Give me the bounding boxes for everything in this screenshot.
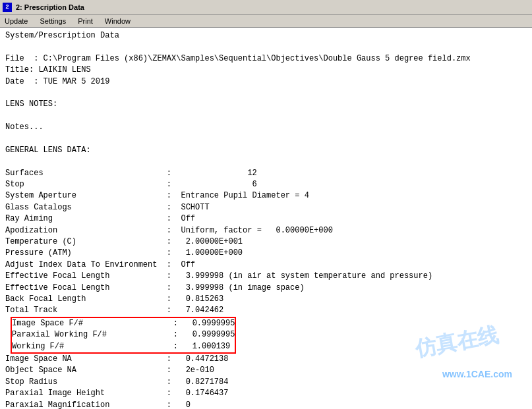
field-efl-image: Effective Focal Length : 3.999998 (in im…	[5, 283, 305, 292]
field-image-f-num: Image Space F/# : 0.9999995 Paraxial Wor…	[12, 318, 235, 352]
breadcrumb: System/Prescription Data	[5, 31, 119, 40]
window-icon: 2	[3, 3, 12, 12]
field-object-space-na: Object Space NA : 2e-010	[5, 366, 214, 375]
field-temperature: Temperature (C) : 2.00000E+001	[5, 237, 243, 246]
field-stop: Stop : 6	[5, 180, 257, 189]
file-path: File : C:\Program Files (x86)\ZEMAX\Samp…	[5, 54, 471, 63]
field-ray-aiming: Ray Aiming : Off	[5, 214, 195, 223]
main-text: System/Prescription Data File : C:\Progr…	[5, 30, 527, 317]
field-glass-catalogs: Glass Catalogs : SCHOTT	[5, 203, 210, 212]
menu-window[interactable]: Window	[103, 16, 133, 26]
menu-update[interactable]: Update	[3, 16, 30, 26]
field-paraxial-magnification: Paraxial Magnification : 0	[5, 400, 191, 410]
field-bfl: Back Focal Length : 0.815263	[5, 294, 223, 304]
title-bar: 2 2: Prescription Data	[0, 0, 532, 14]
field-stop-radius: Stop Radius : 0.8271784	[5, 377, 228, 387]
window-title: 2: Prescription Data	[16, 3, 84, 11]
remaining-fields: Image Space NA : 0.4472138 Object Space …	[5, 354, 527, 409]
field-image-space-na: Image Space NA : 0.4472138	[5, 354, 228, 364]
field-efl-air: Effective Focal Length : 3.999998 (in ai…	[5, 271, 432, 281]
title-line: Title: LAIKIN LENS	[5, 65, 91, 74]
field-adjust-index: Adjust Index Data To Environment : Off	[5, 260, 195, 269]
lens-notes-header: LENS NOTES:	[5, 99, 57, 109]
field-surfaces: Surfaces : 12	[5, 169, 257, 178]
field-apodization: Apodization : Uniform, factor = 0.00000E…	[5, 226, 333, 235]
field-pressure: Pressure (ATM) : 1.00000E+000	[5, 248, 243, 258]
field-system-aperture: System Aperture : Entrance Pupil Diamete…	[5, 191, 309, 200]
field-paraxial-image-height: Paraxial Image Height : 0.1746437	[5, 389, 228, 398]
field-total-track: Total Track : 7.042462	[5, 306, 223, 315]
notes-text: Notes...	[5, 123, 44, 132]
menu-print[interactable]: Print	[76, 16, 95, 26]
menu-bar: Update Settings Print Window	[0, 14, 532, 28]
content-area: System/Prescription Data File : C:\Progr…	[0, 28, 532, 409]
general-data-header: GENERAL LENS DATA:	[5, 146, 91, 155]
date-line: Date : TUE MAR 5 2019	[5, 77, 109, 86]
highlight-group: Image Space F/# : 0.9999995 Paraxial Wor…	[11, 317, 236, 354]
menu-settings[interactable]: Settings	[38, 16, 68, 26]
